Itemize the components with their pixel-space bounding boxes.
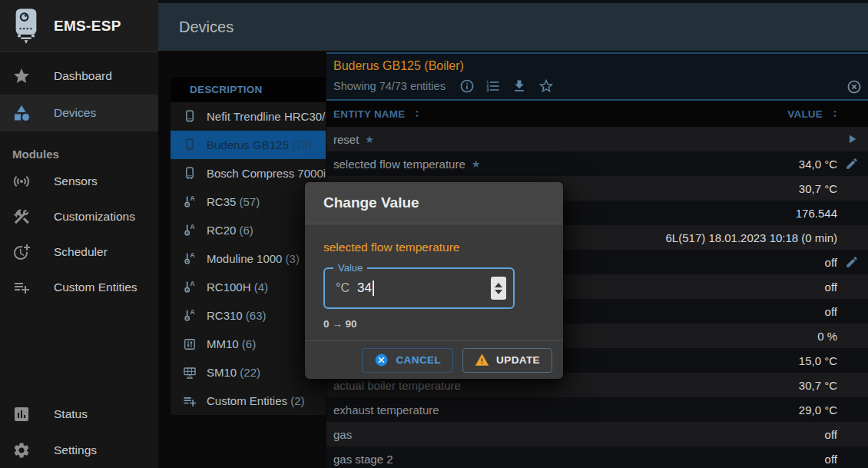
update-button[interactable]: UPDATE bbox=[462, 348, 552, 373]
action-spacer bbox=[837, 328, 859, 344]
format-list-numbered-icon[interactable] bbox=[485, 78, 501, 94]
sidebar-item-dashboard[interactable]: Dashboard bbox=[0, 58, 158, 95]
device-row-moduline-1000[interactable]: AModuline 1000 (3) bbox=[171, 244, 326, 273]
entity-table-header: ENTITY NAME VALUE bbox=[326, 101, 868, 127]
device-label: Bosch Compress 7000i bbox=[207, 167, 326, 180]
star-icon bbox=[12, 67, 31, 85]
sidebar-nav-main: DashboardDevices bbox=[0, 58, 158, 131]
svg-text:A: A bbox=[190, 251, 194, 259]
sidebar-item-status[interactable]: Status bbox=[0, 396, 158, 432]
stepper-down-icon[interactable] bbox=[495, 290, 502, 294]
device-row-buderus-gb125[interactable]: Buderus GB125 (73) bbox=[171, 131, 326, 159]
device-list-panel: DESCRIPTION Nefit Trendline HRC30/CBuder… bbox=[171, 77, 326, 415]
action-spacer bbox=[837, 377, 859, 393]
entity-row-gas-stage-2[interactable]: gas stage 2off bbox=[326, 446, 868, 468]
device-list: Nefit Trendline HRC30/CBuderus GB125 (73… bbox=[171, 102, 326, 415]
device-row-sm10[interactable]: SM10 (22) bbox=[171, 358, 326, 387]
entity-name: reset bbox=[333, 133, 359, 146]
entity-panel-title: Buderus GB125 (Boiler) bbox=[333, 59, 868, 73]
sensors-icon bbox=[12, 172, 31, 191]
action-spacer bbox=[837, 181, 859, 196]
device-row-rc20[interactable]: ARC20 (6) bbox=[171, 216, 326, 244]
app-title: EMS-ESP bbox=[54, 18, 121, 35]
cancel-button[interactable]: CANCEL bbox=[362, 348, 453, 373]
entity-row-selected-flow-temperature[interactable]: selected flow temperature★34,0 °C bbox=[326, 151, 868, 176]
sidebar-item-custom-entities[interactable]: Custom Entities bbox=[0, 270, 158, 305]
appbar: Devices bbox=[158, 3, 868, 51]
action-spacer bbox=[837, 205, 859, 221]
settings-icon bbox=[12, 441, 31, 460]
device-entity-count: (22) bbox=[240, 366, 260, 379]
device-entity-count: (4) bbox=[254, 280, 268, 294]
entity-row-reset[interactable]: reset★ bbox=[326, 127, 868, 151]
sidebar-item-label: Status bbox=[54, 407, 88, 421]
device-entity-count: (6) bbox=[240, 224, 253, 237]
device-row-custom-entities[interactable]: Custom Entities (2) bbox=[171, 387, 326, 415]
playlist-add-icon bbox=[12, 278, 31, 297]
entity-row-exhaust-temperature[interactable]: exhaust temperature29,0 °C bbox=[326, 397, 868, 422]
device-list-header: DESCRIPTION bbox=[171, 77, 326, 102]
sidebar-item-scheduler[interactable]: Scheduler bbox=[0, 234, 158, 270]
download-icon[interactable] bbox=[512, 78, 527, 94]
action-spacer bbox=[837, 304, 859, 319]
stepper-up-icon[interactable] bbox=[495, 283, 502, 287]
sidebar-item-label: Devices bbox=[54, 106, 96, 120]
dialog-footer: CANCEL UPDATE bbox=[305, 340, 563, 379]
device-row-rc35[interactable]: ARC35 (57) bbox=[171, 188, 326, 216]
device-row-mm10[interactable]: MM10 (6) bbox=[171, 330, 326, 358]
device-entity-count: (2) bbox=[290, 394, 304, 407]
value-column-label: VALUE bbox=[787, 108, 823, 120]
sort-entity-name[interactable]: ENTITY NAME bbox=[333, 108, 422, 120]
sort-value[interactable]: VALUE bbox=[787, 108, 868, 120]
boiler-icon bbox=[182, 138, 197, 153]
playlist-add-icon bbox=[182, 393, 197, 409]
entity-value: 30,7 °C bbox=[799, 182, 837, 195]
value-input[interactable]: Value °C 34 bbox=[323, 267, 515, 309]
entity-row-gas[interactable]: gasoff bbox=[326, 422, 868, 446]
thermostat-icon: A bbox=[182, 280, 197, 295]
svg-text:A: A bbox=[190, 308, 194, 316]
entity-name: actual boiler temperature bbox=[333, 379, 461, 392]
dialog-entity-label: selected flow temperature bbox=[323, 241, 545, 254]
change-value-dialog: Change Value selected flow temperature V… bbox=[305, 182, 563, 379]
entity-name: gas bbox=[333, 428, 352, 441]
device-row-nefit-trendline-hrc30-c[interactable]: Nefit Trendline HRC30/C bbox=[171, 102, 326, 131]
sidebar-item-customizations[interactable]: Customizations bbox=[0, 199, 158, 234]
device-row-rc100h[interactable]: ARC100H (4) bbox=[171, 273, 326, 301]
sidebar-item-label: Custom Entities bbox=[54, 280, 137, 294]
sidebar-nav-bottom: StatusSettings bbox=[0, 396, 158, 468]
star-outline-icon[interactable] bbox=[538, 78, 555, 95]
favorite-star-icon: ★ bbox=[365, 134, 374, 145]
action-spacer bbox=[837, 230, 859, 245]
device-entity-count: (57) bbox=[240, 195, 260, 208]
thermostat-icon: A bbox=[182, 308, 197, 324]
entity-count-text: Showing 74/73 entities bbox=[333, 80, 446, 92]
entity-name: exhaust temperature bbox=[333, 403, 439, 417]
svg-text:A: A bbox=[190, 194, 194, 202]
thermostat-icon: A bbox=[182, 223, 197, 238]
sidebar-item-devices[interactable]: Devices bbox=[0, 95, 158, 131]
device-row-bosch-compress-7000i[interactable]: Bosch Compress 7000i bbox=[171, 159, 326, 188]
entity-value: 176.544 bbox=[796, 207, 837, 220]
device-entity-count: (63) bbox=[246, 309, 267, 322]
cancel-icon bbox=[374, 353, 389, 367]
sidebar-item-sensors[interactable]: Sensors bbox=[0, 164, 158, 199]
edit-value-icon[interactable] bbox=[837, 156, 859, 171]
sidebar-nav-modules: SensorsCustomizationsSchedulerCustom Ent… bbox=[0, 164, 158, 305]
device-label: SM10 (22) bbox=[207, 366, 260, 379]
edit-value-icon[interactable] bbox=[837, 254, 859, 270]
sidebar-item-settings[interactable]: Settings bbox=[0, 432, 158, 468]
info-icon[interactable] bbox=[459, 78, 475, 94]
entity-value: off bbox=[825, 428, 837, 441]
action-spacer bbox=[837, 279, 859, 294]
range-hint: 0 → 90 bbox=[323, 318, 545, 330]
close-panel-icon[interactable] bbox=[846, 79, 862, 95]
entity-value: off bbox=[825, 280, 837, 294]
boiler-logo-icon bbox=[10, 8, 42, 45]
device-row-rc310[interactable]: ARC310 (63) bbox=[171, 301, 326, 330]
modules-section-header: Modules bbox=[12, 148, 158, 161]
run-command-icon[interactable] bbox=[837, 131, 859, 147]
device-label: Moduline 1000 (3) bbox=[207, 252, 300, 265]
number-stepper[interactable] bbox=[491, 277, 506, 300]
action-spacer bbox=[837, 353, 859, 368]
